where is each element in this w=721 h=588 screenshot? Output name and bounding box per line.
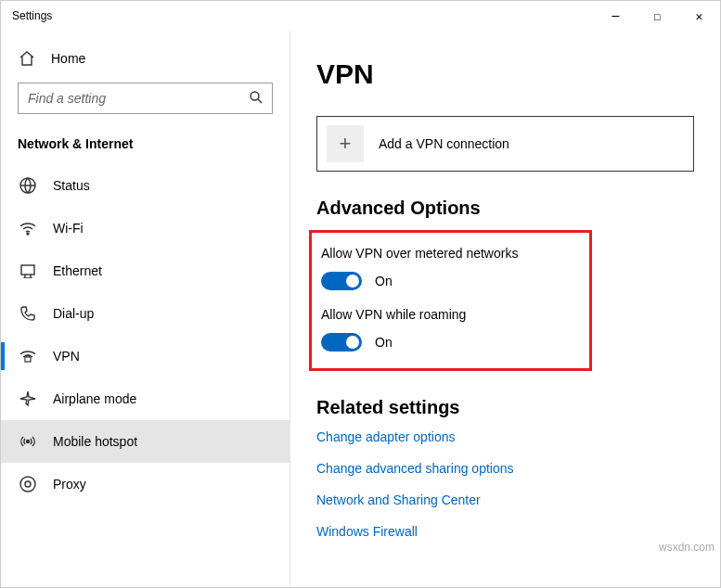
- metered-option-label: Allow VPN over metered networks: [321, 246, 580, 261]
- sidebar-item-label: Wi-Fi: [53, 221, 84, 236]
- sidebar-item-ethernet[interactable]: Ethernet: [1, 249, 290, 292]
- titlebar: Settings ─ ☐ ✕: [1, 1, 720, 31]
- home-label: Home: [51, 51, 85, 66]
- home-icon: [18, 50, 36, 67]
- svg-point-8: [25, 481, 31, 487]
- link-sharing-options[interactable]: Change advanced sharing options: [316, 461, 694, 476]
- hotspot-icon: [18, 433, 38, 450]
- maximize-button[interactable]: ☐: [637, 1, 678, 31]
- sidebar-item-label: Proxy: [53, 477, 86, 492]
- advanced-options-header: Advanced Options: [316, 198, 694, 219]
- sidebar-item-label: VPN: [53, 349, 80, 364]
- roaming-toggle[interactable]: [321, 333, 362, 352]
- minimize-button[interactable]: ─: [595, 1, 637, 31]
- roaming-option-label: Allow VPN while roaming: [321, 307, 580, 322]
- add-vpn-label: Add a VPN connection: [379, 136, 509, 151]
- sidebar-item-airplane[interactable]: Airplane mode: [1, 377, 290, 420]
- close-button[interactable]: ✕: [678, 1, 720, 31]
- globe-icon: [18, 176, 38, 195]
- link-sharing-center[interactable]: Network and Sharing Center: [316, 492, 694, 507]
- svg-rect-4: [21, 265, 34, 275]
- svg-point-6: [27, 441, 30, 443]
- sidebar-item-vpn[interactable]: VPN: [1, 335, 290, 377]
- home-link[interactable]: Home: [1, 40, 290, 77]
- sidebar-section-title: Network & Internet: [18, 136, 290, 151]
- sidebar-item-label: Status: [53, 178, 90, 193]
- wifi-icon: [18, 221, 38, 236]
- svg-point-7: [20, 477, 35, 492]
- add-vpn-button[interactable]: + Add a VPN connection: [316, 116, 694, 172]
- sidebar-item-label: Mobile hotspot: [53, 434, 137, 449]
- highlight-annotation: Allow VPN over metered networks On Allow…: [309, 230, 592, 371]
- svg-point-0: [251, 92, 259, 100]
- search-icon: [249, 90, 264, 105]
- sidebar-item-label: Ethernet: [53, 263, 102, 278]
- window-title: Settings: [12, 9, 52, 22]
- watermark: wsxdn.com: [659, 541, 715, 554]
- vpn-icon: [18, 349, 38, 364]
- metered-toggle[interactable]: [321, 272, 362, 290]
- search-input[interactable]: [18, 83, 273, 114]
- svg-rect-5: [25, 357, 31, 362]
- link-adapter-options[interactable]: Change adapter options: [316, 429, 694, 444]
- window-controls: ─ ☐ ✕: [595, 1, 720, 31]
- sidebar-item-proxy[interactable]: Proxy: [1, 463, 290, 505]
- sidebar-item-wifi[interactable]: Wi-Fi: [1, 207, 290, 249]
- svg-line-1: [258, 99, 262, 103]
- proxy-icon: [18, 475, 38, 493]
- metered-toggle-state: On: [375, 274, 393, 288]
- phone-icon: [18, 305, 38, 322]
- main-content: VPN + Add a VPN connection Advanced Opti…: [290, 31, 720, 587]
- airplane-icon: [18, 390, 38, 407]
- sidebar: Home Network & Internet Status Wi-Fi Eth…: [1, 31, 290, 587]
- sidebar-item-dialup[interactable]: Dial-up: [1, 292, 290, 335]
- related-settings-header: Related settings: [316, 397, 694, 418]
- ethernet-icon: [18, 263, 38, 278]
- page-title: VPN: [316, 58, 694, 90]
- roaming-toggle-state: On: [375, 335, 393, 350]
- plus-icon: +: [327, 125, 364, 162]
- svg-point-3: [27, 233, 29, 235]
- sidebar-item-label: Airplane mode: [53, 391, 136, 406]
- link-firewall[interactable]: Windows Firewall: [316, 524, 694, 539]
- sidebar-item-label: Dial-up: [53, 306, 94, 321]
- sidebar-item-hotspot[interactable]: Mobile hotspot: [1, 420, 290, 463]
- sidebar-item-status[interactable]: Status: [1, 164, 290, 207]
